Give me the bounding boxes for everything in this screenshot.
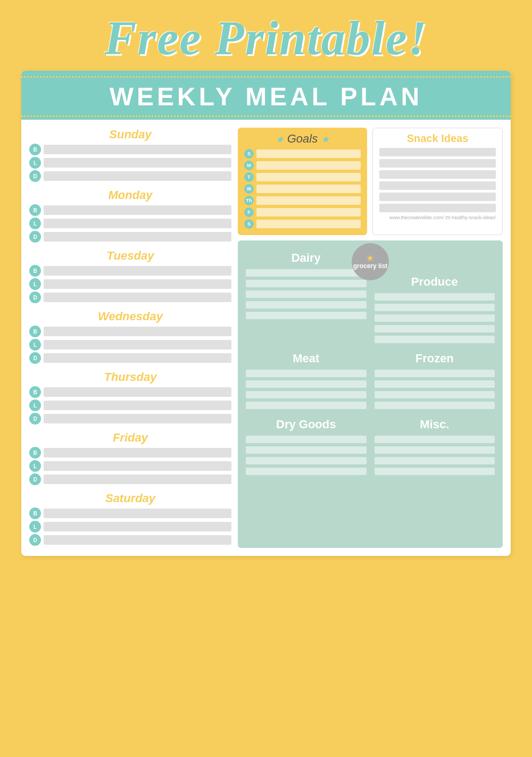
produce-line-4[interactable]: [375, 325, 495, 332]
meat-line-1[interactable]: [246, 370, 367, 377]
sat-l-row: L: [29, 521, 231, 533]
snack-line-6[interactable]: [379, 204, 496, 212]
goals-box: ★ Goals ★ S M T: [238, 128, 367, 235]
wed-b-line[interactable]: [44, 327, 231, 336]
snack-line-4[interactable]: [379, 181, 496, 190]
main-card: WEEKLY MEAL PLAN Sunday B L: [21, 71, 511, 556]
produce-line-2[interactable]: [375, 304, 495, 311]
page-title: Free Printable!: [104, 0, 428, 71]
thu-b-badge: B: [29, 386, 41, 398]
sat-b-badge: B: [29, 508, 41, 519]
lunch-badge: L: [29, 157, 41, 169]
tuesday-l-line[interactable]: [44, 279, 231, 289]
goals-t-badge: T: [244, 172, 254, 182]
sunday-dinner-line[interactable]: [44, 171, 231, 181]
thu-l-row: L: [29, 400, 231, 411]
meat-line-3[interactable]: [246, 391, 367, 398]
goals-s-badge: S: [244, 149, 254, 159]
grocery-frozen: Frozen: [375, 352, 495, 412]
grocery-dairy: Dairy: [246, 251, 367, 322]
sat-d-line[interactable]: [44, 535, 231, 545]
frozen-line-3[interactable]: [375, 391, 495, 398]
dairy-line-5[interactable]: [246, 312, 367, 319]
dairy-title: Dairy: [246, 251, 367, 265]
goals-f-line[interactable]: [256, 208, 361, 217]
frozen-line-2[interactable]: [375, 380, 495, 388]
wed-d-badge: D: [29, 352, 41, 364]
right-column: ★ Goals ★ S M T: [238, 128, 503, 548]
dry-line-4[interactable]: [246, 468, 367, 475]
days-column: Sunday B L D: [29, 128, 231, 548]
goals-s-row: S: [244, 149, 361, 159]
thu-d-badge: D: [29, 413, 41, 425]
dry-line-3[interactable]: [246, 457, 367, 464]
dry-goods-title: Dry Goods: [246, 418, 367, 431]
snack-line-2[interactable]: [379, 159, 496, 168]
goals-s2-line[interactable]: [256, 220, 361, 228]
tuesday-b-line[interactable]: [44, 266, 231, 276]
goals-s-line[interactable]: [256, 149, 361, 158]
fri-l-line[interactable]: [44, 461, 231, 471]
fri-l-badge: L: [29, 460, 41, 472]
fri-d-line[interactable]: [44, 475, 231, 484]
dairy-line-1[interactable]: [246, 269, 367, 277]
goals-label: Goals: [287, 132, 318, 145]
sat-d-badge: D: [29, 534, 41, 546]
fri-b-badge: B: [29, 447, 41, 459]
goals-m-line[interactable]: [256, 161, 361, 170]
sunday-lunch-line[interactable]: [44, 158, 231, 168]
misc-line-1[interactable]: [375, 436, 495, 443]
dairy-line-3[interactable]: [246, 290, 367, 298]
tuesday-d-line[interactable]: [44, 293, 231, 302]
thu-l-badge: L: [29, 400, 41, 411]
frozen-line-1[interactable]: [375, 370, 495, 377]
wed-l-line[interactable]: [44, 340, 231, 350]
dairy-line-4[interactable]: [246, 301, 367, 309]
sat-l-badge: L: [29, 521, 41, 533]
produce-line-5[interactable]: [375, 336, 495, 343]
meat-line-2[interactable]: [246, 380, 367, 388]
snack-title: Snack Ideas: [379, 132, 496, 145]
goals-th-line[interactable]: [256, 196, 361, 205]
misc-line-3[interactable]: [375, 457, 495, 464]
thu-l-line[interactable]: [44, 401, 231, 410]
meat-line-4[interactable]: [246, 402, 367, 409]
tuesday-d-badge: D: [29, 292, 41, 303]
goals-t-line[interactable]: [256, 173, 361, 181]
day-monday: Monday B L D: [29, 188, 231, 243]
thu-b-line[interactable]: [44, 387, 231, 397]
frozen-line-4[interactable]: [375, 402, 495, 409]
goals-t-row: T: [244, 172, 361, 182]
snack-line-5[interactable]: [379, 193, 496, 201]
grocery-misc: Misc.: [375, 418, 495, 478]
misc-line-4[interactable]: [375, 468, 495, 475]
sat-l-line[interactable]: [44, 522, 231, 531]
produce-title: Produce: [375, 275, 495, 289]
wed-d-line[interactable]: [44, 353, 231, 363]
dry-line-2[interactable]: [246, 446, 367, 454]
monday-breakfast-line[interactable]: [44, 205, 231, 215]
goals-th-row: Th: [244, 196, 361, 205]
fri-b-line[interactable]: [44, 448, 231, 457]
sunday-dinner-row: D: [29, 170, 231, 182]
snack-line-1[interactable]: [379, 148, 496, 156]
misc-line-2[interactable]: [375, 446, 495, 454]
thu-d-line[interactable]: [44, 414, 231, 423]
wed-d-row: D: [29, 352, 231, 364]
monday-title: Monday: [29, 188, 231, 202]
monday-breakfast-row: B: [29, 204, 231, 216]
sat-b-line[interactable]: [44, 509, 231, 518]
produce-line-3[interactable]: [375, 314, 495, 322]
friday-title: Friday: [29, 431, 231, 445]
dry-line-1[interactable]: [246, 436, 367, 443]
sunday-breakfast-line[interactable]: [44, 145, 231, 154]
saturday-title: Saturday: [29, 492, 231, 505]
fri-d-badge: D: [29, 473, 41, 485]
dairy-line-2[interactable]: [246, 280, 367, 287]
monday-dinner-line[interactable]: [44, 232, 231, 242]
snack-line-3[interactable]: [379, 170, 496, 179]
goals-w-line[interactable]: [256, 185, 361, 193]
monday-lunch-line[interactable]: [44, 219, 231, 228]
star-left-icon: ★: [276, 134, 284, 145]
produce-line-1[interactable]: [375, 293, 495, 301]
